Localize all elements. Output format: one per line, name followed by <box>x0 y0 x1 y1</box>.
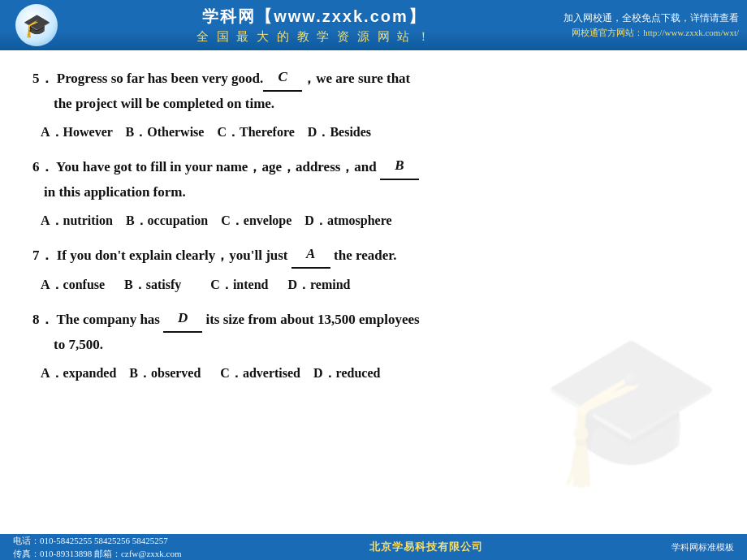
header-right-line1: 加入网校通，全校免点下载，详情请查看 <box>563 11 739 26</box>
footer-fax: 传真：010-89313898 邮箱：czfw@zxxk.com <box>13 547 182 560</box>
q5-blank: C <box>263 65 302 92</box>
question-7-text: 7． If you don't explain clearly，you'll j… <box>32 242 715 269</box>
footer-phone: 电话：010-58425255 58425256 58425257 <box>13 534 182 548</box>
footer-left: 电话：010-58425255 58425256 58425257 传真：010… <box>13 534 182 561</box>
question-5-text: 5． Progress so far has been very good.C，… <box>32 65 715 116</box>
question-6: 6． You have got to fill in your name，age… <box>32 153 715 234</box>
footer: 电话：010-58425255 58425256 58425257 传真：010… <box>0 534 747 560</box>
question-5: 5． Progress so far has been very good.C，… <box>32 65 715 145</box>
footer-company: 北京学易科技有限公司 <box>369 540 483 554</box>
q8-blank: D <box>163 306 202 333</box>
q8-options: A．expanded B．observed C．advertised D．red… <box>32 360 715 386</box>
question-8-text: 8． The company has D its size from about… <box>32 306 715 357</box>
q6-blank: B <box>380 153 419 180</box>
header-right-line2: 网校通官方网站：http://www.zxxk.com/wxt/ <box>572 26 739 41</box>
q7-num: 7． <box>32 248 54 263</box>
q8-line2: to 7,500. <box>32 337 103 352</box>
q5-num: 5． <box>32 71 54 86</box>
question-7: 7． If you don't explain clearly，you'll j… <box>32 242 715 298</box>
header-url: 学科网【www.zxxk.com】 <box>202 6 426 28</box>
question-6-text: 6． You have got to fill in your name，age… <box>32 153 715 205</box>
q5-options: A．However B．Otherwise C．Therefore D．Besi… <box>32 119 715 145</box>
header-right: 加入网校通，全校免点下载，详情请查看 网校通官方网站：http://www.zx… <box>563 11 739 41</box>
q6-options: A．nutrition B．occupation C．envelope D．at… <box>32 208 715 234</box>
header: 🎓 学科网【www.zxxk.com】 全 国 最 大 的 教 学 资 源 网 … <box>0 0 747 50</box>
footer-brand: 学科网标准模板 <box>671 541 734 554</box>
header-slogan: 全 国 最 大 的 教 学 资 源 网 站 ！ <box>196 29 432 45</box>
q6-num: 6． <box>32 159 54 174</box>
q6-line2: in this application form. <box>32 184 186 200</box>
question-8: 8． The company has D its size from about… <box>32 306 715 386</box>
q8-num: 8． <box>32 312 54 327</box>
logo: 🎓 <box>8 3 65 48</box>
q7-options: A．confuse B．satisfy C．intend D．remind <box>32 272 715 298</box>
logo-circle: 🎓 <box>15 4 58 46</box>
q7-blank: A <box>291 242 330 269</box>
header-center: 学科网【www.zxxk.com】 全 国 最 大 的 教 学 资 源 网 站 … <box>65 6 563 45</box>
q5-line2: the project will be completed on time. <box>32 96 274 111</box>
main-content: 5． Progress so far has been very good.C，… <box>0 50 747 403</box>
